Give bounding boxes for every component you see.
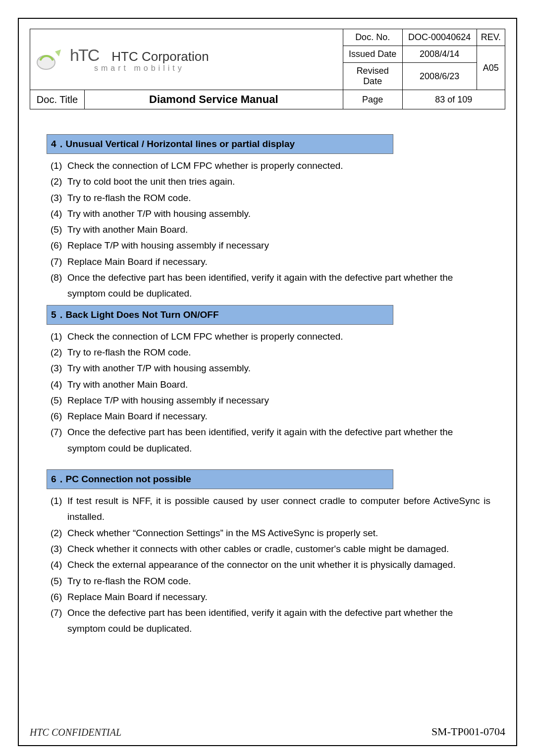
doc-no-value: DOC-00040624 (402, 29, 477, 46)
htc-wordmark: hTC (70, 47, 99, 63)
list-item: (6)Replace Main Board if necessary. (47, 408, 490, 424)
list-item: (5)Replace T/P with housing assembly if … (47, 393, 490, 408)
document-header-table: hTC HTC Corporation smart mobility Doc. … (30, 29, 505, 109)
tagline: smart mobility (70, 64, 209, 72)
doc-no-label: Doc. No. (343, 29, 402, 46)
section-6-list: (1)If test result is NFF, it is possible… (47, 491, 490, 637)
list-item: (8)Once the defective part has been iden… (47, 270, 490, 302)
list-item: (7)Once the defective part has been iden… (47, 424, 490, 456)
list-item: (2)Try to cold boot the unit then tries … (47, 174, 490, 190)
document-body: 4．Unusual Vertical / Horizontal lines or… (30, 109, 505, 637)
confidential-notice: HTC CONFIDENTIAL (30, 727, 121, 738)
rev-value: A05 (477, 46, 505, 90)
list-item: (4)Check the external appearance of the … (47, 557, 490, 573)
htc-logo-icon (35, 48, 65, 71)
list-item: (7)Once the defective part has been iden… (47, 605, 490, 637)
rev-label: REV. (477, 29, 505, 46)
doc-title-value: Diamond Service Manual (85, 90, 343, 109)
list-item: (1)Check the connection of LCM FPC wheth… (47, 329, 490, 345)
svg-point-0 (37, 55, 55, 69)
section-header-6: 6．PC Connection not possible (47, 469, 393, 489)
list-item: (1)Check the connection of LCM FPC wheth… (47, 158, 490, 174)
list-item: (2)Check whether “Connection Settings” i… (47, 525, 490, 541)
section-5-list: (1)Check the connection of LCM FPC wheth… (47, 327, 490, 456)
list-item: (3)Try with another T/P with housing ass… (47, 360, 490, 376)
revised-date-value: 2008/6/23 (402, 63, 477, 90)
list-item: (4)Try with another T/P with housing ass… (47, 206, 490, 222)
list-item: (6)Replace T/P with housing assembly if … (47, 238, 490, 253)
page-label: Page (343, 90, 402, 109)
issued-date-value: 2008/4/14 (402, 46, 477, 63)
list-item: (5)Try with another Main Board. (47, 222, 490, 238)
section-header-5: 5．Back Light Does Not Turn ON/OFF (47, 305, 393, 325)
list-item: (1)If test result is NFF, it is possible… (47, 493, 490, 525)
doc-title-label: Doc. Title (30, 90, 85, 109)
revised-date-label: Revised Date (343, 63, 402, 90)
list-item: (3)Try to re-flash the ROM code. (47, 190, 490, 206)
company-name: HTC Corporation (106, 50, 209, 63)
page-frame: hTC HTC Corporation smart mobility Doc. … (18, 18, 517, 746)
document-code: SM-TP001-0704 (431, 725, 505, 738)
list-item: (7)Replace Main Board if necessary. (47, 254, 490, 270)
list-item: (3)Check whether it connects with other … (47, 541, 490, 557)
section-4-list: (1)Check the connection of LCM FPC wheth… (47, 156, 490, 302)
list-item: (6)Replace Main Board if necessary. (47, 589, 490, 605)
page-value: 83 of 109 (402, 90, 505, 109)
list-item: (2)Try to re-flash the ROM code. (47, 345, 490, 360)
list-item: (5)Try to re-flash the ROM code. (47, 573, 490, 589)
issued-date-label: Issued Date (343, 46, 402, 63)
page-footer: HTC CONFIDENTIAL SM-TP001-0704 (30, 725, 505, 738)
list-item: (4)Try with another Main Board. (47, 377, 490, 393)
logo-cell: hTC HTC Corporation smart mobility (30, 29, 343, 90)
section-header-4: 4．Unusual Vertical / Horizontal lines or… (47, 134, 393, 154)
